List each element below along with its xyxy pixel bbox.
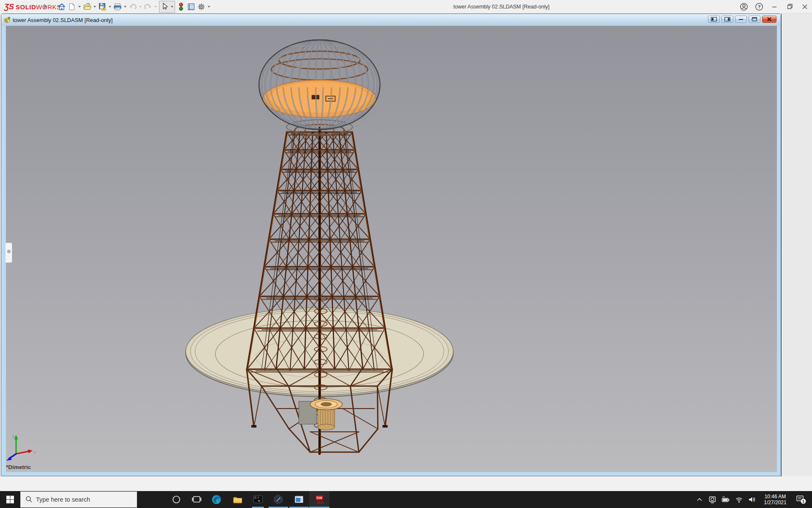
edge-icon xyxy=(211,494,222,505)
restore-button[interactable] xyxy=(785,1,794,12)
viewport-canvas[interactable]: x y *Dimetric xyxy=(6,26,777,472)
open-folder-icon xyxy=(83,3,91,11)
search-icon xyxy=(21,495,35,504)
taskbar-clock[interactable]: 10:46 AM 1/27/2021 xyxy=(759,491,792,508)
print-button[interactable] xyxy=(112,1,123,12)
redo-button[interactable] xyxy=(143,1,153,12)
taskbar-app-command-prompt[interactable]: C:\ xyxy=(248,491,268,508)
svg-text:C:\: C:\ xyxy=(255,497,260,500)
minimize-button[interactable] xyxy=(770,1,779,12)
undo-icon xyxy=(129,3,137,11)
command-prompt-icon: C:\ xyxy=(253,494,263,505)
action-center-button[interactable]: 1 xyxy=(792,491,810,508)
solidworks-logo: ƷS SOLIDWORKS xyxy=(4,2,61,12)
wifi-button[interactable] xyxy=(732,491,746,508)
doc-close-button[interactable] xyxy=(762,16,776,23)
save-button[interactable] xyxy=(97,1,107,12)
home-icon xyxy=(58,3,66,11)
display-sync-button[interactable] xyxy=(706,491,719,508)
triad-x-label: x xyxy=(34,450,36,454)
quick-access-toolbar xyxy=(57,0,211,13)
doc-minimize-icon xyxy=(735,16,746,22)
speaker-icon xyxy=(748,495,757,504)
feature-tree-collapse-tab[interactable] xyxy=(5,243,12,263)
save-icon xyxy=(98,2,107,11)
toggle-right-pane-button[interactable] xyxy=(721,16,733,23)
display-states-button[interactable] xyxy=(186,1,196,12)
taskbar-app-hexagon[interactable] xyxy=(268,491,288,508)
taskbar-app-solidworks[interactable]: SW 2021 xyxy=(309,491,329,508)
taskbar-app-file-explorer[interactable] xyxy=(228,491,248,508)
options-button[interactable] xyxy=(196,1,206,12)
taskbar-app-media[interactable] xyxy=(289,491,309,508)
redo-dropdown[interactable] xyxy=(153,1,158,12)
minimize-icon xyxy=(770,3,779,11)
help-button[interactable]: ? xyxy=(754,1,764,12)
pane-right-icon xyxy=(722,16,733,22)
redo-icon xyxy=(144,3,152,11)
toggle-left-pane-button[interactable] xyxy=(708,16,720,23)
undo-dropdown[interactable] xyxy=(138,1,143,12)
show-hidden-icons-button[interactable] xyxy=(693,491,706,508)
print-dropdown[interactable] xyxy=(123,1,128,12)
triad-y-label: y xyxy=(12,434,14,438)
solidworks-2021-icon: SW 2021 xyxy=(314,494,325,505)
task-pane-collapsed[interactable] xyxy=(781,14,812,476)
svg-text:SW: SW xyxy=(316,496,323,500)
document-window: tower Assembly 02.SLDASM [Read-only] xyxy=(1,14,781,476)
select-cursor-icon xyxy=(159,2,170,11)
save-dropdown[interactable] xyxy=(107,1,112,12)
svg-text:2021: 2021 xyxy=(317,501,324,505)
action-center-icon: 1 xyxy=(796,494,807,505)
new-document-button[interactable] xyxy=(67,1,77,12)
doc-minimize-button[interactable] xyxy=(735,16,747,23)
undo-button[interactable] xyxy=(128,1,138,12)
document-titlebar[interactable]: tower Assembly 02.SLDASM [Read-only] xyxy=(1,14,781,26)
home-button[interactable] xyxy=(57,1,67,12)
pane-left-icon xyxy=(708,16,719,22)
close-button[interactable] xyxy=(800,1,809,12)
svg-text:?: ? xyxy=(758,4,761,9)
view-stoplight-icon xyxy=(177,2,185,11)
open-dropdown[interactable] xyxy=(92,1,97,12)
task-view-button[interactable] xyxy=(187,491,207,508)
document-window-controls xyxy=(708,16,776,23)
start-button[interactable] xyxy=(0,491,20,508)
restore-icon xyxy=(785,3,794,11)
app-titlebar: ƷS SOLIDWORKS xyxy=(0,0,812,14)
gear-icon xyxy=(197,3,206,11)
doc-close-icon xyxy=(763,16,776,22)
menu-expand-arrow-icon[interactable] xyxy=(44,4,50,9)
view-orientation-label: *Dimetric xyxy=(6,464,31,470)
options-dropdown[interactable] xyxy=(206,1,211,12)
account-icon xyxy=(739,3,749,11)
select-tool-dropdown[interactable] xyxy=(170,1,175,12)
select-tool-button[interactable] xyxy=(159,1,175,13)
help-icon: ? xyxy=(754,3,764,11)
doc-maximize-button[interactable] xyxy=(749,16,760,23)
hexagon-app-icon xyxy=(273,494,283,505)
battery-charging-icon xyxy=(721,495,730,504)
clock-time: 10:46 AM xyxy=(764,494,786,500)
file-explorer-icon xyxy=(233,494,243,505)
notification-badge: 1 xyxy=(802,499,804,503)
frame-window-controls: ? xyxy=(739,0,809,13)
viewport-frame: x y *Dimetric xyxy=(1,26,781,476)
new-document-dropdown[interactable] xyxy=(77,1,82,12)
display-states-icon xyxy=(187,3,195,11)
status-strip xyxy=(0,476,812,491)
battery-button[interactable] xyxy=(719,491,732,508)
volume-button[interactable] xyxy=(746,491,759,508)
account-button[interactable] xyxy=(739,1,749,12)
stoplight-button[interactable] xyxy=(176,1,186,12)
doc-maximize-icon xyxy=(749,16,760,22)
taskbar-search[interactable] xyxy=(20,491,137,508)
cortana-icon xyxy=(172,495,181,504)
close-icon xyxy=(801,3,809,11)
wifi-icon xyxy=(735,496,743,504)
search-input[interactable] xyxy=(35,496,121,503)
open-button[interactable] xyxy=(82,1,92,12)
solidworks-monogram-icon: ƷS xyxy=(4,3,14,11)
cortana-button[interactable] xyxy=(166,491,187,508)
taskbar-app-edge[interactable] xyxy=(206,491,227,508)
